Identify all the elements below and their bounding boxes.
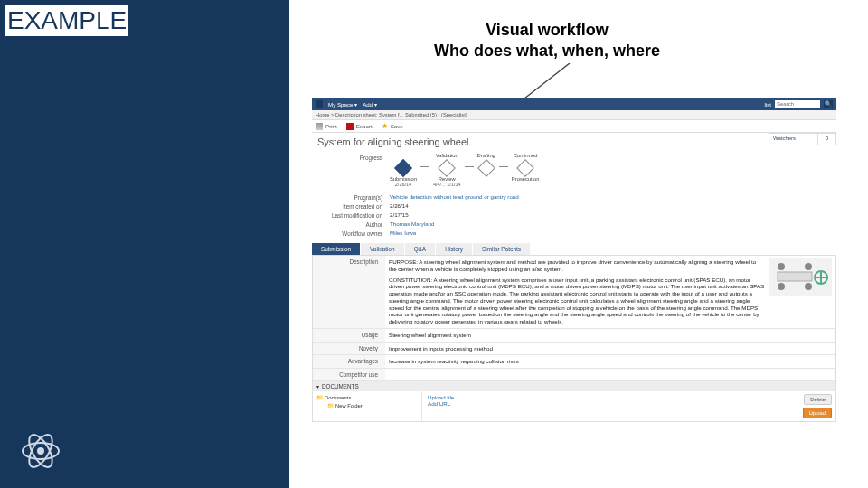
search-input[interactable] xyxy=(775,100,820,108)
modified-label: Last modification on xyxy=(317,211,390,219)
created-value: 2/26/14 xyxy=(390,202,409,210)
stage-date: 4/4/... 1/1/14 xyxy=(433,182,461,187)
svg-point-10 xyxy=(805,263,812,270)
upload-button[interactable]: Upload xyxy=(803,408,832,418)
progress-row: Progress Submission 2/26/14 Validation R… xyxy=(312,151,836,192)
svg-rect-6 xyxy=(778,272,812,281)
export-label: Export xyxy=(356,123,373,129)
stage-date: 2/26/14 xyxy=(395,182,411,187)
delete-button[interactable]: Delete xyxy=(804,394,832,405)
example-badge: EXAMPLE xyxy=(5,5,128,36)
usage-value: Steering wheel alignment system xyxy=(385,329,835,342)
documents-title: DOCUMENTS xyxy=(322,383,359,389)
app-window: My Space ▾ Add ▾ list 🔍 Home > Descripti… xyxy=(312,98,836,477)
add-url-link[interactable]: Add URL xyxy=(428,400,749,407)
description-image xyxy=(769,258,832,296)
title-line2: Who does what, when, where xyxy=(434,41,660,61)
owner-value[interactable]: Miles Iowa xyxy=(390,230,416,237)
diamond-icon xyxy=(394,159,412,177)
save-button[interactable]: ★Save xyxy=(382,123,403,130)
program-value[interactable]: Vehicle detection without lead ground or… xyxy=(390,193,519,201)
topbar: My Space ▾ Add ▾ list 🔍 xyxy=(312,98,836,110)
description-label: Description xyxy=(313,256,385,328)
tabs: Submission Validation Q&A History Simila… xyxy=(312,243,836,255)
toolbar: Print Export ★Save xyxy=(312,120,836,133)
stage-drafting[interactable]: Drafting xyxy=(477,153,495,176)
slide-title: Visual workflow Who does what, when, whe… xyxy=(434,20,660,61)
myspace-menu[interactable]: My Space ▾ xyxy=(328,101,357,108)
tab-validation[interactable]: Validation xyxy=(361,243,405,255)
advantages-label: Advantages xyxy=(313,355,385,368)
breadcrumb: Home > Description sheet: System f... Su… xyxy=(312,110,836,120)
chevron-down-icon: ▾ xyxy=(316,383,319,389)
progress-label: Progress xyxy=(317,153,390,187)
program-label: Program(s) xyxy=(317,193,390,201)
tab-history[interactable]: History xyxy=(436,243,473,255)
connector-line xyxy=(499,166,508,167)
stage-review[interactable]: Validation Review 4/4/... 1/1/14 xyxy=(433,153,461,187)
logo-icon xyxy=(20,430,61,472)
advantages-value: Increase in system reactivity regarding … xyxy=(385,355,835,368)
tab-submission[interactable]: Submission xyxy=(312,243,361,255)
watchers-card[interactable]: Watchers 0 xyxy=(769,133,836,145)
folder-documents[interactable]: Documents xyxy=(316,394,418,402)
print-label: Print xyxy=(326,123,337,129)
left-panel xyxy=(0,0,289,488)
author-value[interactable]: Thomas Maryland xyxy=(390,221,435,228)
list-link[interactable]: list xyxy=(764,101,771,108)
upload-area: Upload file Add URL xyxy=(421,391,754,421)
title-line1: Visual workflow xyxy=(434,20,660,41)
add-menu[interactable]: Add ▾ xyxy=(363,101,377,108)
folder-new[interactable]: New Folder xyxy=(316,402,418,410)
svg-point-8 xyxy=(805,283,812,290)
usage-label: Usage xyxy=(313,329,385,342)
modified-value: 2/17/15 xyxy=(390,211,409,219)
export-button[interactable]: Export xyxy=(346,123,373,130)
stage-submission[interactable]: Submission 2/26/14 xyxy=(390,153,417,187)
watchers-label: Watchers xyxy=(769,134,817,145)
search-icon[interactable]: 🔍 xyxy=(824,100,833,108)
print-icon xyxy=(316,123,323,130)
upload-file-link[interactable]: Upload file xyxy=(428,394,749,400)
diamond-icon xyxy=(477,159,495,177)
diamond-icon xyxy=(438,159,456,177)
pdf-icon xyxy=(346,123,354,130)
created-label: Item created on xyxy=(317,202,390,210)
novelty-label: Novelty xyxy=(313,343,385,355)
documents-header[interactable]: ▾ DOCUMENTS xyxy=(313,381,835,391)
tab-similar-patents[interactable]: Similar Patents xyxy=(473,243,531,255)
star-icon: ★ xyxy=(382,123,388,130)
description-text: PURPOSE: A steering wheel alignment syst… xyxy=(389,258,765,325)
connector-line xyxy=(465,166,474,167)
home-icon[interactable] xyxy=(316,100,323,108)
print-button[interactable]: Print xyxy=(316,123,337,130)
svg-point-5 xyxy=(37,447,44,455)
competitor-label: Competitor use xyxy=(313,369,385,380)
author-label: Author xyxy=(317,221,390,228)
owner-label: Workflow owner xyxy=(317,230,390,237)
connector-line xyxy=(420,166,429,167)
tab-qa[interactable]: Q&A xyxy=(405,243,437,255)
watchers-count: 0 xyxy=(817,134,835,145)
stage-name: Prosecution xyxy=(512,176,540,182)
workflow-diagram: Submission 2/26/14 Validation Review 4/4… xyxy=(390,153,539,187)
description-purpose: PURPOSE: A steering wheel alignment syst… xyxy=(389,258,765,273)
documents-body: Documents New Folder Upload file Add URL… xyxy=(313,391,835,421)
description-constitution: CONSTITUTION: A steering wheel alignment… xyxy=(389,277,765,325)
competitor-value xyxy=(385,369,835,380)
content-panel: Description PURPOSE: A steering wheel al… xyxy=(312,255,836,422)
svg-point-7 xyxy=(778,283,785,290)
folder-tree: Documents New Folder xyxy=(313,391,421,421)
svg-point-9 xyxy=(778,263,785,270)
page-title: System for aligning steering wheel xyxy=(312,133,836,151)
stage-prosecution[interactable]: Confirmed Prosecution xyxy=(512,153,540,182)
save-label: Save xyxy=(391,123,403,129)
diamond-icon xyxy=(516,159,534,177)
novelty-value: Improvement in inputs processing method xyxy=(385,343,835,355)
